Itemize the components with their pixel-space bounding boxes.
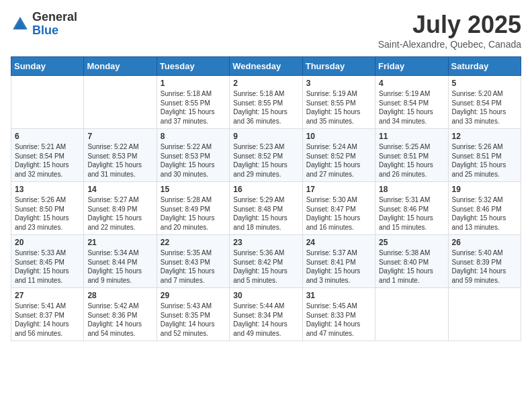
cell-content: Sunrise: 5:29 AMSunset: 8:48 PMDaylight:…: [233, 195, 298, 232]
calendar-day-header: Thursday: [302, 57, 375, 76]
calendar-cell: 25Sunrise: 5:38 AMSunset: 8:40 PMDayligh…: [375, 235, 448, 288]
day-number: 16: [233, 185, 298, 194]
cell-content: Sunrise: 5:44 AMSunset: 8:34 PMDaylight:…: [233, 302, 298, 338]
day-number: 22: [161, 238, 226, 247]
cell-content: Sunrise: 5:30 AMSunset: 8:47 PMDaylight:…: [306, 195, 371, 232]
title-area: July 2025 Saint-Alexandre, Quebec, Canad…: [378, 11, 521, 50]
cell-content: Sunrise: 5:20 AMSunset: 8:54 PMDaylight:…: [452, 89, 517, 126]
day-number: 9: [233, 132, 298, 141]
cell-content: Sunrise: 5:32 AMSunset: 8:46 PMDaylight:…: [452, 195, 517, 232]
calendar-day-header: Sunday: [11, 57, 84, 76]
day-number: 31: [306, 291, 371, 300]
cell-content: Sunrise: 5:43 AMSunset: 8:35 PMDaylight:…: [161, 302, 226, 338]
calendar-cell: 28Sunrise: 5:42 AMSunset: 8:36 PMDayligh…: [84, 288, 157, 341]
cell-content: Sunrise: 5:28 AMSunset: 8:49 PMDaylight:…: [161, 195, 226, 232]
cell-content: Sunrise: 5:45 AMSunset: 8:33 PMDaylight:…: [306, 302, 371, 338]
day-number: 10: [306, 132, 371, 141]
cell-content: Sunrise: 5:21 AMSunset: 8:54 PMDaylight:…: [15, 142, 80, 179]
cell-content: Sunrise: 5:23 AMSunset: 8:52 PMDaylight:…: [233, 142, 298, 179]
calendar-cell: [11, 76, 84, 129]
logo-general: General: [32, 11, 77, 24]
day-number: 17: [306, 185, 371, 194]
calendar-cell: 15Sunrise: 5:28 AMSunset: 8:49 PMDayligh…: [157, 182, 229, 235]
calendar-day-header: Friday: [375, 57, 448, 76]
day-number: 24: [306, 238, 371, 247]
calendar-cell: 7Sunrise: 5:22 AMSunset: 8:53 PMDaylight…: [84, 129, 157, 182]
cell-content: Sunrise: 5:31 AMSunset: 8:46 PMDaylight:…: [379, 195, 444, 232]
cell-content: Sunrise: 5:40 AMSunset: 8:39 PMDaylight:…: [452, 248, 517, 285]
day-number: 26: [452, 238, 517, 247]
day-number: 12: [452, 132, 517, 141]
calendar-week-row: 13Sunrise: 5:26 AMSunset: 8:50 PMDayligh…: [11, 182, 521, 235]
calendar-cell: 19Sunrise: 5:32 AMSunset: 8:46 PMDayligh…: [448, 182, 521, 235]
calendar-header-row: SundayMondayTuesdayWednesdayThursdayFrid…: [11, 57, 521, 76]
day-number: 14: [87, 185, 152, 194]
calendar-cell: 18Sunrise: 5:31 AMSunset: 8:46 PMDayligh…: [375, 182, 448, 235]
cell-content: Sunrise: 5:24 AMSunset: 8:52 PMDaylight:…: [306, 142, 371, 179]
logo-text: General Blue: [32, 11, 77, 38]
day-number: 21: [87, 238, 152, 247]
cell-content: Sunrise: 5:35 AMSunset: 8:43 PMDaylight:…: [161, 248, 226, 285]
cell-content: Sunrise: 5:41 AMSunset: 8:37 PMDaylight:…: [15, 302, 80, 338]
day-number: 2: [233, 79, 298, 88]
cell-content: Sunrise: 5:42 AMSunset: 8:36 PMDaylight:…: [87, 302, 152, 338]
calendar-cell: 11Sunrise: 5:25 AMSunset: 8:51 PMDayligh…: [375, 129, 448, 182]
calendar-day-header: Wednesday: [230, 57, 302, 76]
cell-content: Sunrise: 5:34 AMSunset: 8:44 PMDaylight:…: [87, 248, 152, 285]
cell-content: Sunrise: 5:26 AMSunset: 8:51 PMDaylight:…: [452, 142, 517, 179]
calendar-cell: 17Sunrise: 5:30 AMSunset: 8:47 PMDayligh…: [302, 182, 375, 235]
day-number: 13: [15, 185, 80, 194]
calendar-week-row: 1Sunrise: 5:18 AMSunset: 8:55 PMDaylight…: [11, 76, 521, 129]
month-year: July 2025: [378, 11, 521, 39]
cell-content: Sunrise: 5:36 AMSunset: 8:42 PMDaylight:…: [233, 248, 298, 285]
day-number: 5: [452, 79, 517, 88]
calendar-cell: 30Sunrise: 5:44 AMSunset: 8:34 PMDayligh…: [230, 288, 302, 341]
logo-icon: [11, 15, 30, 34]
cell-content: Sunrise: 5:27 AMSunset: 8:49 PMDaylight:…: [87, 195, 152, 232]
calendar-cell: 12Sunrise: 5:26 AMSunset: 8:51 PMDayligh…: [448, 129, 521, 182]
calendar-cell: 2Sunrise: 5:18 AMSunset: 8:55 PMDaylight…: [230, 76, 302, 129]
calendar-cell: 3Sunrise: 5:19 AMSunset: 8:55 PMDaylight…: [302, 76, 375, 129]
calendar-cell: 21Sunrise: 5:34 AMSunset: 8:44 PMDayligh…: [84, 235, 157, 288]
calendar-cell: 6Sunrise: 5:21 AMSunset: 8:54 PMDaylight…: [11, 129, 84, 182]
day-number: 15: [161, 185, 226, 194]
calendar-cell: 29Sunrise: 5:43 AMSunset: 8:35 PMDayligh…: [157, 288, 229, 341]
calendar-cell: 10Sunrise: 5:24 AMSunset: 8:52 PMDayligh…: [302, 129, 375, 182]
calendar-cell: 27Sunrise: 5:41 AMSunset: 8:37 PMDayligh…: [11, 288, 84, 341]
day-number: 18: [379, 185, 444, 194]
calendar-cell: 23Sunrise: 5:36 AMSunset: 8:42 PMDayligh…: [230, 235, 302, 288]
calendar-week-row: 20Sunrise: 5:33 AMSunset: 8:45 PMDayligh…: [11, 235, 521, 288]
calendar-table: SundayMondayTuesdayWednesdayThursdayFrid…: [11, 56, 521, 341]
cell-content: Sunrise: 5:38 AMSunset: 8:40 PMDaylight:…: [379, 248, 444, 285]
day-number: 6: [15, 132, 80, 141]
day-number: 7: [87, 132, 152, 141]
calendar-cell: 22Sunrise: 5:35 AMSunset: 8:43 PMDayligh…: [157, 235, 229, 288]
page-header: General Blue July 2025 Saint-Alexandre, …: [11, 11, 521, 50]
calendar-cell: [375, 288, 448, 341]
calendar-cell: 24Sunrise: 5:37 AMSunset: 8:41 PMDayligh…: [302, 235, 375, 288]
calendar-cell: 20Sunrise: 5:33 AMSunset: 8:45 PMDayligh…: [11, 235, 84, 288]
calendar-week-row: 27Sunrise: 5:41 AMSunset: 8:37 PMDayligh…: [11, 288, 521, 341]
calendar-day-header: Tuesday: [157, 57, 229, 76]
day-number: 25: [379, 238, 444, 247]
calendar-day-header: Saturday: [448, 57, 521, 76]
cell-content: Sunrise: 5:37 AMSunset: 8:41 PMDaylight:…: [306, 248, 371, 285]
calendar-cell: 14Sunrise: 5:27 AMSunset: 8:49 PMDayligh…: [84, 182, 157, 235]
calendar-day-header: Monday: [84, 57, 157, 76]
day-number: 29: [161, 291, 226, 300]
day-number: 27: [15, 291, 80, 300]
logo: General Blue: [11, 11, 77, 38]
cell-content: Sunrise: 5:18 AMSunset: 8:55 PMDaylight:…: [161, 89, 226, 126]
day-number: 8: [161, 132, 226, 141]
day-number: 19: [452, 185, 517, 194]
calendar-cell: 1Sunrise: 5:18 AMSunset: 8:55 PMDaylight…: [157, 76, 229, 129]
cell-content: Sunrise: 5:26 AMSunset: 8:50 PMDaylight:…: [15, 195, 80, 232]
calendar-cell: [448, 288, 521, 341]
calendar-cell: 31Sunrise: 5:45 AMSunset: 8:33 PMDayligh…: [302, 288, 375, 341]
calendar-week-row: 6Sunrise: 5:21 AMSunset: 8:54 PMDaylight…: [11, 129, 521, 182]
cell-content: Sunrise: 5:22 AMSunset: 8:53 PMDaylight:…: [161, 142, 226, 179]
calendar-cell: 9Sunrise: 5:23 AMSunset: 8:52 PMDaylight…: [230, 129, 302, 182]
cell-content: Sunrise: 5:19 AMSunset: 8:55 PMDaylight:…: [306, 89, 371, 126]
day-number: 28: [87, 291, 152, 300]
day-number: 3: [306, 79, 371, 88]
